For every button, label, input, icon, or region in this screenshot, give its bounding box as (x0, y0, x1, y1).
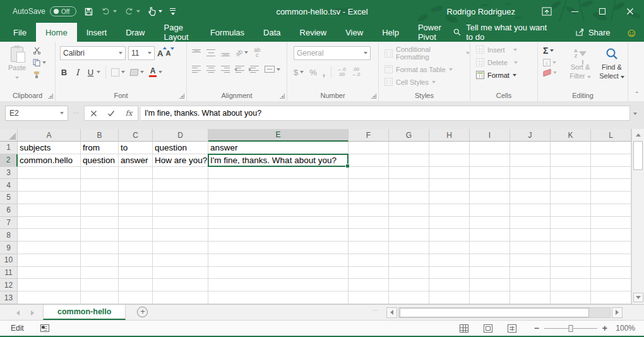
cell-G13[interactable] (389, 291, 429, 304)
cell-J10[interactable] (510, 254, 551, 267)
tab-insert[interactable]: Insert (77, 23, 117, 42)
row-header-2[interactable]: 2 (0, 154, 18, 167)
cell-E6[interactable] (208, 204, 349, 217)
cell-K6[interactable] (551, 204, 591, 217)
cell-L9[interactable] (591, 242, 631, 254)
row-header-6[interactable]: 6 (0, 204, 18, 217)
cell-A11[interactable] (18, 267, 81, 279)
cell-J8[interactable] (510, 229, 551, 242)
column-header-C[interactable]: C (119, 129, 153, 142)
cell-E1[interactable]: answer (208, 142, 349, 154)
cell-F8[interactable] (349, 229, 389, 242)
cell-I13[interactable] (470, 291, 510, 304)
close-button[interactable] (616, 0, 644, 23)
cell-K7[interactable] (551, 217, 591, 230)
column-header-D[interactable]: D (153, 129, 208, 142)
cell-D10[interactable] (153, 254, 208, 267)
cell-J5[interactable] (510, 192, 551, 204)
cut-button[interactable] (33, 47, 46, 54)
scroll-left-icon[interactable] (386, 307, 397, 318)
redo-button[interactable] (124, 7, 140, 16)
cancel-button[interactable] (85, 110, 102, 117)
align-center-button[interactable] (206, 66, 215, 73)
tell-me-box[interactable]: Tell me what you want to do (453, 23, 570, 42)
cell-H6[interactable] (429, 204, 470, 217)
cell-F10[interactable] (349, 254, 389, 267)
share-button[interactable]: Share (575, 28, 621, 37)
cell-E2[interactable]: I'm fine, thanks. What about you? (208, 154, 349, 167)
cell-D1[interactable]: question (153, 142, 208, 154)
format-cells-button[interactable]: Format (476, 71, 518, 79)
cell-I5[interactable] (470, 192, 510, 204)
cell-K1[interactable] (551, 142, 591, 154)
cell-I2[interactable] (470, 154, 510, 167)
cell-D2[interactable]: How are you? (153, 154, 208, 167)
macro-recording-icon[interactable] (40, 324, 49, 332)
cell-E13[interactable] (208, 291, 349, 304)
cell-I12[interactable] (470, 279, 510, 291)
cell-J9[interactable] (510, 242, 551, 254)
page-break-preview-button[interactable] (500, 324, 524, 333)
cell-L6[interactable] (591, 204, 631, 217)
cell-C13[interactable] (119, 291, 153, 304)
cell-F3[interactable] (349, 167, 389, 180)
cell-G11[interactable] (389, 267, 429, 279)
sort-filter-button[interactable]: AZ Sort & Filter (566, 46, 595, 81)
cell-A10[interactable] (18, 254, 81, 267)
cell-C2[interactable]: answer (119, 154, 153, 167)
top-align-button[interactable] (192, 49, 201, 56)
zoom-slider-thumb[interactable] (568, 325, 573, 332)
cell-K4[interactable] (551, 179, 591, 192)
alignment-dialog-launcher[interactable] (280, 94, 285, 99)
tab-file[interactable]: File (4, 23, 36, 42)
tab-draw[interactable]: Draw (116, 23, 154, 42)
cell-A5[interactable] (18, 192, 81, 204)
next-sheet-icon[interactable] (31, 307, 34, 318)
bold-button[interactable]: B (60, 68, 68, 77)
cell-L4[interactable] (591, 179, 631, 192)
cell-I8[interactable] (470, 229, 510, 242)
tab-help[interactable]: Help (373, 23, 408, 42)
row-header-10[interactable]: 10 (0, 254, 18, 267)
cell-D11[interactable] (153, 267, 208, 279)
cell-K12[interactable] (551, 279, 591, 291)
sheet-tab-common-hello[interactable]: common-hello (43, 305, 126, 320)
cell-E10[interactable] (208, 254, 349, 267)
cell-L2[interactable] (591, 154, 631, 167)
font-dialog-launcher[interactable] (179, 94, 184, 99)
page-layout-view-button[interactable] (476, 324, 500, 333)
cell-H3[interactable] (429, 167, 470, 180)
enter-button[interactable] (102, 110, 120, 117)
cell-E7[interactable] (208, 217, 349, 230)
row-header-7[interactable]: 7 (0, 217, 18, 230)
number-format-select[interactable]: General (294, 46, 371, 60)
underline-button[interactable]: U (86, 68, 100, 77)
cell-J4[interactable] (510, 179, 551, 192)
ribbon-display-options-button[interactable] (533, 0, 561, 23)
autosave-toggle[interactable]: AutoSave Off (13, 6, 76, 16)
horizontal-scrollbar[interactable] (398, 307, 611, 318)
cell-A9[interactable] (18, 242, 81, 254)
cell-L12[interactable] (591, 279, 631, 291)
cell-B11[interactable] (81, 267, 119, 279)
cell-A7[interactable] (18, 217, 81, 230)
cell-G2[interactable] (389, 154, 429, 167)
vertical-scrollbar[interactable] (631, 129, 644, 304)
tab-formulas[interactable]: Formulas (201, 23, 254, 42)
format-as-table-button[interactable]: Format as Table (385, 65, 470, 73)
cell-B1[interactable]: from (81, 142, 119, 154)
decrease-indent-button[interactable] (236, 66, 244, 73)
increase-font-size-button[interactable]: A (157, 49, 163, 58)
tab-bar-splitter[interactable]: ⋮ (372, 307, 379, 320)
row-header-9[interactable]: 9 (0, 242, 18, 254)
cell-G5[interactable] (389, 192, 429, 204)
align-right-button[interactable] (221, 66, 230, 73)
new-sheet-button[interactable]: + (137, 307, 148, 317)
scroll-up-icon[interactable] (633, 130, 643, 140)
cell-G12[interactable] (389, 279, 429, 291)
cell-K2[interactable] (551, 154, 591, 167)
row-header-3[interactable]: 3 (0, 167, 18, 180)
wrap-text-button[interactable]: ab c (254, 47, 260, 58)
name-box[interactable]: E2 (5, 106, 68, 121)
tab-power-pivot[interactable]: Power Pivot (408, 23, 453, 42)
